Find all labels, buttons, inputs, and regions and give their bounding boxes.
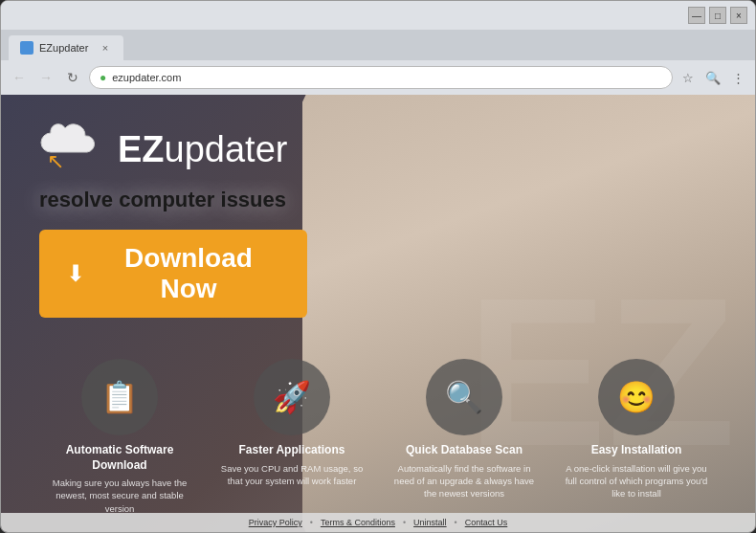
feature-icon-3: 😊 [598,359,675,435]
footer-privacy[interactable]: Privacy Policy [249,518,302,527]
footer-uninstall[interactable]: Uninstall [413,518,447,527]
features-section: 📋 Automatic Software Download Making sur… [1,359,755,515]
feature-card-1: 🚀 Faster Applications Save you CPU and R… [215,359,368,515]
logo-text: EZupdater [118,129,287,170]
cursor-icon: ↖ [47,149,64,174]
feature-desc-2: Automatically find the software in need … [388,462,541,500]
logo-ez: EZ [118,129,165,169]
feature-icon-1: 🚀 [254,359,330,435]
url-bar[interactable]: ● ezupdater.com [89,66,673,89]
zoom-button[interactable]: 🔍 [703,68,723,87]
logo-area: ↖ EZupdater [39,123,717,176]
browser-frame: — □ × EZupdater × ← → ↻ ● ezupdater.com … [0,0,756,533]
logo-icon: ↖ [39,123,106,176]
download-label: Download Now [97,243,280,304]
feature-title-0: Automatic Software Download [43,443,196,473]
feature-card-3: 😊 Easy Installation A one-click installa… [560,359,713,515]
hero-content: ↖ EZupdater resolve computer issues ⬇ Do… [1,95,755,337]
back-button[interactable]: ← [9,67,30,88]
feature-title-1: Faster Applications [239,443,345,458]
footer-sep-0: • [310,518,313,527]
feature-title-2: Quick Database Scan [406,443,523,458]
tab-favicon [20,41,33,55]
active-tab[interactable]: EZupdater × [9,35,123,60]
close-button[interactable]: × [730,7,747,24]
tab-title: EZupdater [39,42,88,54]
feature-card-0: 📋 Automatic Software Download Making sur… [43,359,196,515]
feature-desc-3: A one-click installation will give you f… [560,462,713,500]
feature-desc-1: Save you CPU and RAM usage, so that your… [215,462,368,488]
feature-title-3: Easy Installation [591,443,682,458]
footer-contact[interactable]: Contact Us [465,518,508,527]
refresh-button[interactable]: ↻ [62,67,83,88]
forward-button[interactable]: → [35,67,56,88]
feature-icon-2: 🔍 [426,359,502,435]
tab-close-button[interactable]: × [99,41,112,55]
logo-updater: updater [165,129,288,169]
bookmark-button[interactable]: ☆ [678,68,698,87]
footer-bar: Privacy Policy • Terms & Conditions • Un… [1,513,755,532]
download-button[interactable]: ⬇ Download Now [39,230,307,318]
address-actions: ☆ 🔍 ⋮ [678,68,747,87]
website-content: EZ ↖ EZupdater resolve computer issues [1,95,755,532]
feature-icon-0: 📋 [81,359,158,435]
tab-bar: EZupdater × [1,30,755,60]
title-bar: — □ × [1,1,755,30]
feature-desc-0: Making sure you always have the newest, … [43,477,196,515]
menu-button[interactable]: ⋮ [728,68,747,87]
window-controls: — □ × [688,7,747,24]
secure-icon: ● [100,71,106,84]
footer-sep-2: • [455,518,457,527]
footer-terms[interactable]: Terms & Conditions [321,518,395,527]
minimize-button[interactable]: — [688,7,705,24]
maximize-button[interactable]: □ [709,7,726,24]
footer-sep-1: • [403,518,406,527]
url-text: ezupdater.com [112,72,181,83]
feature-card-2: 🔍 Quick Database Scan Automatically find… [388,359,541,515]
address-bar: ← → ↻ ● ezupdater.com ☆ 🔍 ⋮ [1,60,755,95]
download-icon: ⬇ [66,260,85,287]
hero-tagline: resolve computer issues [39,188,717,212]
